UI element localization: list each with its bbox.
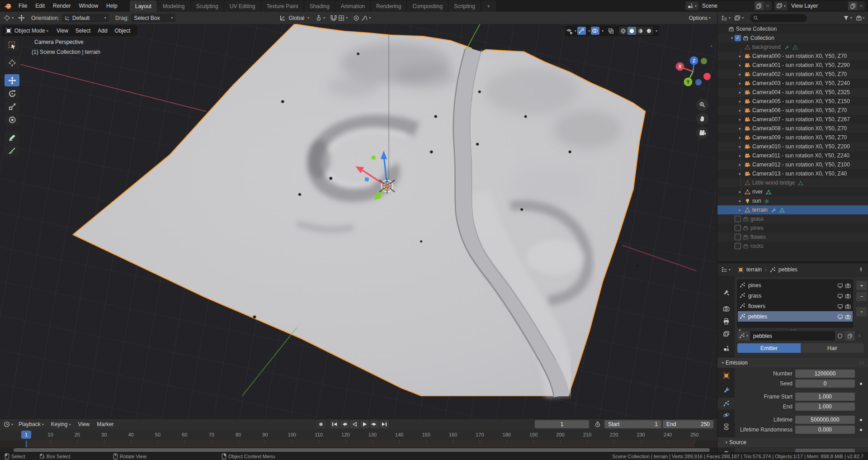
outliner-row-camera008-sun-rotation-x0-y50-z70[interactable]: ▸Camera008 - sun rotation X0, Y50, Z70 (717, 124, 868, 133)
properties-tab-view-layer[interactable] (717, 328, 735, 340)
display-mode-dropdown[interactable]: ▾ (734, 15, 744, 21)
disclosure-icon[interactable]: ▸ (737, 63, 743, 67)
render-display-icon[interactable] (845, 282, 851, 288)
emitter-button[interactable]: Emitter (737, 343, 801, 353)
disclosure-icon[interactable]: ▸ (737, 153, 743, 158)
animate-dot[interactable] (860, 419, 862, 421)
outliner-row-camera000-sun-rotation-x0-y50-z70[interactable]: ▸Camera000 - sun rotation X0, Y50, Z70 (717, 52, 868, 61)
transport-play-reverse-button[interactable] (350, 420, 359, 428)
viewport-3d[interactable]: Object Mode▾ ViewSelectAddObject ▾ ▾ ▾ ▾… (0, 24, 717, 418)
tool-annotate-button[interactable] (5, 131, 19, 143)
transport-jump-end-button[interactable] (380, 420, 389, 428)
timeline-menu-view[interactable]: View (78, 421, 90, 427)
tab-uv-editing[interactable]: UV Editing (224, 0, 261, 12)
mode-dropdown[interactable]: Object Mode▾ (5, 28, 48, 34)
disclosure-icon[interactable]: ▸ (737, 54, 743, 58)
outliner-item-label[interactable]: flowes (750, 234, 766, 240)
outliner-row-little-wood-bridge[interactable]: Little wood bridge (717, 178, 868, 187)
field-value[interactable]: 1.000 (795, 403, 855, 411)
collection-checkbox[interactable] (735, 225, 741, 231)
tool-scale-button[interactable] (5, 100, 19, 113)
timeline-menu-playback[interactable]: Playback▾ (19, 421, 44, 427)
outliner-item-label[interactable]: Camera007 - sun rotation X0, Y50, Z267 (752, 116, 850, 123)
transform-orientation-dropdown[interactable]: Global▾ (279, 15, 309, 21)
source-panel-header[interactable]: ▾Source (717, 437, 868, 448)
breadcrumb-data[interactable]: pebbles (770, 266, 797, 273)
particle-system-pines[interactable]: pines (738, 280, 853, 290)
viewport-display-icon[interactable] (837, 282, 843, 288)
outliner-row-camera005-sun-rotation-x0-y50-z150[interactable]: ▸Camera005 - sun rotation X0, Y50, Z150 (717, 97, 868, 106)
terrain-mesh[interactable] (73, 24, 645, 396)
filter-dropdown[interactable]: ▾ (843, 15, 852, 21)
scene-copy-button[interactable] (755, 1, 764, 10)
outliner-item-label[interactable]: sun (752, 198, 761, 204)
scrollbar-thumb[interactable] (14, 448, 710, 452)
transport-next-keyframe-button[interactable] (370, 420, 379, 428)
particle-specials-dropdown[interactable]: ▾ (856, 307, 868, 317)
tab-modeling[interactable]: Modeling (157, 0, 191, 12)
tab-compositing[interactable]: Compositing (407, 0, 448, 12)
tab-layout[interactable]: Layout (130, 0, 157, 12)
disclosure-icon[interactable]: ▸ (737, 144, 743, 149)
outliner-row-sun[interactable]: ▸sun (717, 196, 868, 205)
scene-icon[interactable]: ▾ (685, 1, 698, 10)
transport-prev-keyframe-button[interactable] (340, 420, 349, 428)
menu-help[interactable]: Help (102, 0, 122, 12)
outliner-item-label[interactable]: Camera011 - sun rotation X0, Y50, Z240 (752, 152, 849, 159)
camera-view-button[interactable] (696, 127, 708, 139)
outliner-row-background[interactable]: background (717, 43, 868, 52)
outliner-item-label[interactable]: Scene Collection (736, 26, 777, 32)
proportional-falloff-dropdown[interactable]: ▾ (361, 15, 371, 21)
disclosure-icon[interactable]: ▸ (737, 108, 743, 113)
outliner-row-camera001-sun-rotation-x0-y50-z290[interactable]: ▸Camera001 - sun rotation X0, Y50, Z290 (717, 61, 868, 70)
particle-id-dropdown[interactable]: ▾ (737, 331, 750, 341)
disclosure-icon[interactable]: ▸ (737, 126, 743, 131)
outliner-item-label[interactable]: Camera012 - sun rotation X0, Y50, Z100 (752, 161, 850, 168)
field-value[interactable]: 1.000 (795, 393, 855, 401)
scene-name[interactable]: Scene (698, 1, 755, 10)
editor-type-dropdown[interactable]: ▾ (721, 15, 731, 21)
object-visibility-dropdown[interactable]: ▾ (566, 27, 576, 35)
viewport-menu-add[interactable]: Add (94, 28, 111, 34)
collapse-panel-arrow[interactable]: ‹ (711, 43, 712, 48)
shading-material-button[interactable] (636, 27, 645, 35)
emission-panel-header[interactable]: ▾Emission (717, 357, 868, 368)
collection-checkbox[interactable] (735, 216, 741, 222)
shading-wireframe-button[interactable] (619, 27, 627, 35)
active-tool-icon[interactable]: ▾ (4, 14, 14, 21)
outliner-item-label[interactable]: Camera006 - sun rotation X0, Y50, Z70 (752, 107, 847, 114)
properties-editor-dropdown[interactable]: ▾ (721, 266, 731, 273)
drag-dropdown[interactable]: Select Box▾ (131, 14, 175, 22)
outliner-item-label[interactable]: pines (750, 225, 764, 231)
tool-rotate-button[interactable] (5, 87, 19, 100)
snap-toggle[interactable] (330, 15, 337, 21)
gizmos-toggle[interactable] (577, 27, 586, 35)
tool-transform-button[interactable] (5, 114, 19, 126)
tab-shading[interactable]: Shading (304, 0, 335, 12)
tool-move-button[interactable] (5, 74, 19, 86)
disclosure-icon[interactable]: ▸ (737, 135, 743, 140)
proportional-editing-toggle[interactable] (353, 15, 359, 21)
outliner-item-label[interactable]: Camera003 - sun rotation X0, Y50, Z240 (752, 80, 850, 86)
outliner-row-rocks[interactable]: rocks (717, 242, 868, 251)
shading-rendered-button[interactable] (645, 27, 653, 35)
tab-texture-paint[interactable]: Texture Paint (261, 0, 304, 12)
navigation-gizmo[interactable]: Z X Y (668, 38, 717, 88)
orientation-dropdown[interactable]: Default▾ (62, 14, 109, 22)
add-particle-system-button[interactable]: + (856, 280, 868, 291)
disclosure-icon[interactable]: ▸ (737, 99, 743, 104)
outliner-row-camera007-sun-rotation-x0-y50-z267[interactable]: ▸Camera007 - sun rotation X0, Y50, Z267 (717, 115, 868, 124)
outliner-row-grass[interactable]: grass (717, 214, 868, 223)
outliner-item-label[interactable]: river (752, 189, 763, 195)
outliner-item-label[interactable]: Collection (750, 35, 774, 41)
viewport-display-icon[interactable] (837, 292, 843, 299)
view-layer-copy-button[interactable] (848, 1, 857, 10)
disclosure-icon[interactable]: ▸ (737, 199, 743, 203)
outliner-row-camera002-sun-rotation-x0-y50-z70[interactable]: ▸Camera002 - sun rotation X0, Y50, Z70 (717, 70, 868, 79)
timeline-menu-keying[interactable]: Keying▾ (51, 421, 71, 427)
particle-system-flowers[interactable]: flowers (738, 301, 853, 311)
menu-file[interactable]: File (14, 0, 31, 12)
outliner-item-label[interactable]: Camera005 - sun rotation X0, Y50, Z150 (752, 98, 850, 104)
overlays-toggle[interactable] (591, 27, 599, 35)
current-frame-badge[interactable]: 1 (21, 431, 31, 439)
